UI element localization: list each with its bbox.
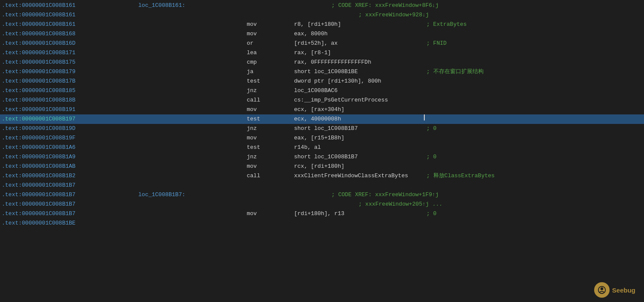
address: .text:00000001C008B1B7 <box>2 181 135 190</box>
line-1C008B191: .text:00000001C008B191 mov ecx, [rax+304… <box>0 105 644 114</box>
xref-comment: ; xxxFreeWindow+928↓j <box>359 10 429 20</box>
operand: dword ptr [rdi+130h], 800h <box>294 77 423 86</box>
mnemonic: ja <box>247 67 294 77</box>
mnemonic: jnz <box>247 86 294 96</box>
mnemonic: mov <box>247 105 294 114</box>
operand: ecx, [rax+304h] <box>294 105 423 114</box>
seebug-logo-circle <box>594 282 610 298</box>
mnemonic: mov <box>247 162 294 171</box>
line-1C008B1B7-label: .text:00000001C008B1B7 loc_1C008B1B7: ; … <box>0 190 644 200</box>
address: .text:00000001C008B19D <box>2 124 135 133</box>
address: .text:00000001C008B19F <box>2 133 135 143</box>
address: .text:00000001C008B18B <box>2 96 135 105</box>
disassembly-view: .text:00000001C008B161 loc_1C008B161: ; … <box>0 0 644 302</box>
address-selected: .text:00000001C008B197 <box>2 114 135 124</box>
line-1C008B1BE-empty: .text:00000001C008B1BE <box>0 219 644 228</box>
line-1C008B1A6: .text:00000001C008B1A6 test r14b, al <box>0 143 644 152</box>
mnemonic: test <box>247 114 294 124</box>
line-1C008B179: .text:00000001C008B179 ja short loc_1C00… <box>0 67 644 77</box>
address: .text:00000001C008B175 <box>2 58 135 67</box>
line-1C008B1B2: .text:00000001C008B1B2 call xxxClientFre… <box>0 171 644 181</box>
xref-comment: ; CODE XREF: xxxFreeWindow+1F9↑j <box>331 190 439 200</box>
line-1C008B197-selected: .text:00000001C008B197 test ecx, 4000000… <box>0 114 644 124</box>
comment: ; ExtraBytes <box>426 20 467 29</box>
mnemonic: cmp <box>247 58 294 67</box>
address: .text:00000001C008B161 <box>2 10 135 20</box>
operand: short loc_1C008B1B7 <box>294 152 423 162</box>
operand: r14b, al <box>294 143 423 152</box>
xref-comment: ; xxxFreeWindow+205↑j ... <box>359 200 442 209</box>
address: .text:00000001C008B1B2 <box>2 171 135 181</box>
address: .text:00000001C008B168 <box>2 29 135 39</box>
operand: rax, [r8-1] <box>294 48 423 58</box>
line-1C008B161-label: .text:00000001C008B161 loc_1C008B161: ; … <box>0 1 644 10</box>
address: .text:00000001C008B1B7 <box>2 190 135 200</box>
operand: r8, [rdi+180h] <box>294 20 423 29</box>
text-cursor <box>424 114 425 120</box>
address: .text:00000001C008B185 <box>2 86 135 96</box>
operand: eax, [r15+1B8h] <box>294 133 423 143</box>
line-1C008B19D: .text:00000001C008B19D jnz short loc_1C0… <box>0 124 644 133</box>
xref-comment: ; CODE XREF: xxxFreeWindow+8F6↓j <box>331 1 439 10</box>
address: .text:00000001C008B17B <box>2 77 135 86</box>
line-1C008B171: .text:00000001C008B171 lea rax, [r8-1] <box>0 48 644 58</box>
address: .text:00000001C008B161 <box>2 20 135 29</box>
line-1C008B19F: .text:00000001C008B19F mov eax, [r15+1B8… <box>0 133 644 143</box>
svg-point-1 <box>601 287 603 290</box>
mnemonic: mov <box>247 20 294 29</box>
comment: ; 释放ClassExtraBytes <box>426 171 495 181</box>
line-1C008B161-xref2: .text:00000001C008B161 ; xxxFreeWindow+9… <box>0 10 644 20</box>
address: .text:00000001C008B1B7 <box>2 209 135 219</box>
operand: [rdi+180h], r13 <box>294 209 423 219</box>
operand: [rdi+52h], ax <box>294 39 423 48</box>
operand: short loc_1C008B1BE <box>294 67 423 77</box>
operand: rcx, [rdi+180h] <box>294 162 423 171</box>
line-1C008B1B7-xref2: .text:00000001C008B1B7 ; xxxFreeWindow+2… <box>0 200 644 209</box>
comment: ; 0 <box>426 152 436 162</box>
line-1C008B161-mov: .text:00000001C008B161 mov r8, [rdi+180h… <box>0 20 644 29</box>
address: .text:00000001C008B1A6 <box>2 143 135 152</box>
address: .text:00000001C008B1A9 <box>2 152 135 162</box>
operand: ecx, 40000008h <box>294 114 423 124</box>
comment: ; 0 <box>426 124 436 133</box>
label-loc: loc_1C008B1B7: <box>135 190 185 200</box>
line-1C008B185: .text:00000001C008B185 jnz loc_1C008BAC6 <box>0 86 644 96</box>
address: .text:00000001C008B161 <box>2 1 135 10</box>
line-1C008B1B7-empty: .text:00000001C008B1B7 <box>0 181 644 190</box>
mnemonic: or <box>247 39 294 48</box>
line-1C008B16D: .text:00000001C008B16D or [rdi+52h], ax … <box>0 39 644 48</box>
seebug-watermark: Seebug <box>594 282 635 298</box>
operand: rax, 0FFFFFFFFFFFFFFFDh <box>294 58 423 67</box>
mnemonic: call <box>247 96 294 105</box>
mnemonic: jnz <box>247 152 294 162</box>
seebug-text-label: Seebug <box>612 287 635 294</box>
line-1C008B1AB: .text:00000001C008B1AB mov rcx, [rdi+180… <box>0 162 644 171</box>
operand: cs:__imp_PsGetCurrentProcess <box>294 96 423 105</box>
mnemonic: call <box>247 171 294 181</box>
mnemonic: mov <box>247 133 294 143</box>
seebug-logo-icon <box>597 285 607 295</box>
mnemonic: jnz <box>247 124 294 133</box>
line-1C008B1A9: .text:00000001C008B1A9 jnz short loc_1C0… <box>0 152 644 162</box>
mnemonic: test <box>247 143 294 152</box>
line-1C008B17B: .text:00000001C008B17B test dword ptr [r… <box>0 77 644 86</box>
address: .text:00000001C008B171 <box>2 48 135 58</box>
address: .text:00000001C008B1AB <box>2 162 135 171</box>
address: .text:00000001C008B1B7 <box>2 200 135 209</box>
comment: ; 0 <box>426 209 436 219</box>
line-1C008B18B: .text:00000001C008B18B call cs:__imp_PsG… <box>0 96 644 105</box>
line-1C008B175: .text:00000001C008B175 cmp rax, 0FFFFFFF… <box>0 58 644 67</box>
line-1C008B1B7-mov: .text:00000001C008B1B7 mov [rdi+180h], r… <box>0 209 644 219</box>
address: .text:00000001C008B179 <box>2 67 135 77</box>
mnemonic: lea <box>247 48 294 58</box>
operand: eax, 8000h <box>294 29 423 39</box>
mnemonic: mov <box>247 29 294 39</box>
comment: ; FNID <box>426 39 447 48</box>
operand: loc_1C008BAC6 <box>294 86 423 96</box>
mnemonic: test <box>247 77 294 86</box>
address: .text:00000001C008B191 <box>2 105 135 114</box>
operand: short loc_1C008B1B7 <box>294 124 423 133</box>
label-loc: loc_1C008B161: <box>135 1 185 10</box>
comment: ; 不存在窗口扩展结构 <box>426 67 484 77</box>
mnemonic: mov <box>247 209 294 219</box>
